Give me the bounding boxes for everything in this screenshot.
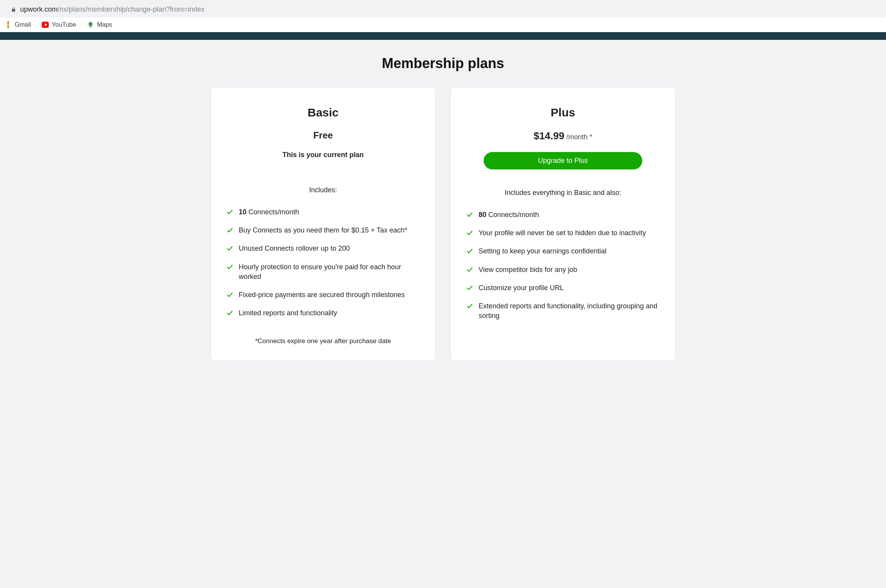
- page-title: Membership plans: [0, 55, 886, 72]
- upgrade-to-plus-button[interactable]: Upgrade to Plus: [484, 152, 642, 169]
- check-icon: [466, 248, 473, 255]
- url-path: /nx/plans/membership/change-plan?from=in…: [58, 5, 205, 13]
- address-bar[interactable]: upwork.com/nx/plans/membership/change-pl…: [4, 2, 882, 17]
- current-plan-label: This is your current plan: [226, 151, 420, 159]
- url-text: upwork.com/nx/plans/membership/change-pl…: [20, 5, 205, 14]
- feature-text: Fixed-price payments are secured through…: [239, 290, 405, 300]
- check-icon: [466, 303, 473, 309]
- page-content: Membership plans Basic Free This is your…: [0, 40, 886, 361]
- feature-text: 10 Connects/month: [239, 207, 299, 217]
- feature-item: Unused Connects rollover up to 200: [226, 244, 420, 253]
- plan-price-value: $14.99: [534, 130, 564, 142]
- feature-text: Extended reports and functionality, incl…: [479, 301, 660, 321]
- plan-footnote-basic: *Connects expire one year after purchase…: [226, 337, 420, 345]
- feature-item: Buy Connects as you need them for $0.15 …: [226, 226, 420, 235]
- plan-price-suffix: /month *: [564, 133, 592, 141]
- bookmark-label: Gmail: [15, 21, 31, 28]
- plan-price-label: Free: [313, 130, 333, 140]
- plan-name-plus: Plus: [466, 106, 660, 119]
- check-icon: [226, 245, 233, 252]
- feature-item: Your profile will never be set to hidden…: [466, 228, 660, 238]
- feature-text: Setting to keep your earnings confidenti…: [479, 246, 606, 256]
- check-icon: [226, 227, 233, 234]
- includes-label-basic: Includes:: [226, 186, 420, 194]
- bookmarks-bar: Gmail YouTube Maps: [0, 17, 886, 32]
- bookmark-gmail[interactable]: Gmail: [5, 21, 31, 28]
- feature-item: Extended reports and functionality, incl…: [466, 301, 660, 321]
- bookmark-maps[interactable]: Maps: [87, 21, 112, 28]
- feature-item: 80 Connects/month: [466, 210, 660, 220]
- maps-icon: [87, 21, 94, 28]
- feature-item: 10 Connects/month: [226, 207, 420, 217]
- youtube-icon: [42, 21, 49, 28]
- feature-item: Setting to keep your earnings confidenti…: [466, 246, 660, 256]
- check-icon: [466, 229, 473, 236]
- site-nav-stripe: [0, 32, 886, 40]
- bookmark-label: Maps: [97, 21, 112, 28]
- feature-text: 80 Connects/month: [479, 210, 539, 220]
- feature-text: Your profile will never be set to hidden…: [479, 228, 646, 238]
- check-icon: [466, 266, 473, 273]
- check-icon: [466, 211, 473, 218]
- feature-list-basic: 10 Connects/monthBuy Connects as you nee…: [226, 207, 420, 318]
- plan-price-basic: Free: [226, 130, 420, 141]
- gmail-icon: [5, 21, 12, 28]
- feature-text: Unused Connects rollover up to 200: [239, 244, 350, 253]
- feature-list-plus: 80 Connects/monthYour profile will never…: [466, 210, 660, 321]
- plan-card-basic: Basic Free This is your current plan Inc…: [210, 87, 436, 361]
- feature-text: Hourly protection to ensure you're paid …: [239, 262, 420, 282]
- feature-item: Limited reports and functionality: [226, 308, 420, 318]
- plan-card-plus: Plus $14.99 /month * Upgrade to Plus Inc…: [450, 87, 676, 361]
- feature-text: View competitor bids for any job: [479, 265, 577, 275]
- check-icon: [226, 291, 233, 298]
- check-icon: [226, 209, 233, 215]
- url-domain: upwork.com: [20, 5, 58, 13]
- feature-item: Customize your profile URL: [466, 283, 660, 293]
- feature-item: Fixed-price payments are secured through…: [226, 290, 420, 300]
- check-icon: [466, 284, 473, 291]
- feature-item: View competitor bids for any job: [466, 265, 660, 275]
- check-icon: [226, 263, 233, 270]
- plans-container: Basic Free This is your current plan Inc…: [0, 87, 886, 361]
- plan-name-basic: Basic: [226, 106, 420, 119]
- includes-label-plus: Includes everything in Basic and also:: [466, 189, 660, 197]
- feature-item: Hourly protection to ensure you're paid …: [226, 262, 420, 282]
- feature-text: Limited reports and functionality: [239, 308, 337, 318]
- feature-text: Buy Connects as you need them for $0.15 …: [239, 226, 407, 235]
- feature-text: Customize your profile URL: [479, 283, 564, 293]
- bookmark-label: YouTube: [52, 21, 76, 28]
- svg-point-0: [90, 23, 91, 25]
- plan-price-plus: $14.99 /month *: [466, 130, 660, 142]
- lock-icon: [11, 7, 16, 12]
- bookmark-youtube[interactable]: YouTube: [42, 21, 76, 28]
- check-icon: [226, 309, 233, 316]
